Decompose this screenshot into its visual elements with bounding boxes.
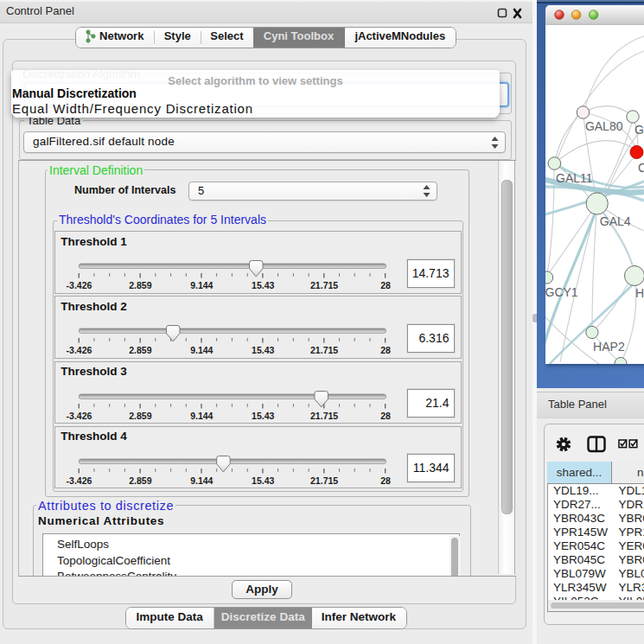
svg-text:GCY1: GCY1 [545, 285, 578, 299]
svg-text:GAL11: GAL11 [556, 171, 593, 185]
svg-text:CRP1: CRP1 [638, 161, 644, 175]
svg-text:HAP2: HAP2 [593, 340, 625, 354]
svg-text:GAL80: GAL80 [585, 119, 623, 133]
svg-text:GAL80R: GAL80R [634, 123, 644, 137]
svg-text:GAL4: GAL4 [600, 214, 631, 228]
svg-text:HAP4: HAP4 [635, 286, 644, 300]
